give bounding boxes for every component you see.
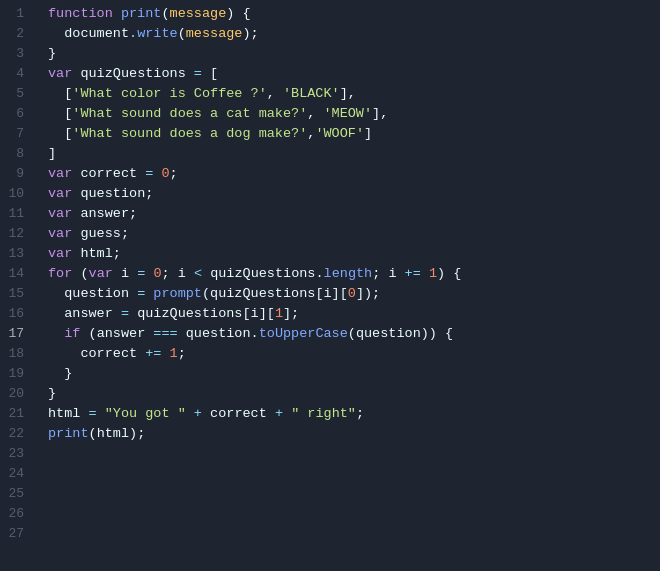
line-num-18: 18 — [8, 344, 24, 364]
code-line-18: question = prompt(quizQuestions[i][0]); — [48, 284, 652, 304]
line-num-12: 12 — [8, 224, 24, 244]
code-line-2: document.write(message); — [48, 24, 652, 44]
code-line-5: var quizQuestions = [ — [48, 64, 652, 84]
code-line-25: html = "You got " + correct + " right"; — [48, 404, 652, 424]
line-num-24: 24 — [8, 464, 24, 484]
line-num-8: 8 — [8, 144, 24, 164]
code-line-1: function print(message) { — [48, 4, 652, 24]
code-line-22: } — [48, 364, 652, 384]
line-num-6: 6 — [8, 104, 24, 124]
code-line-6: ['What color is Coffee ?', 'BLACK'], — [48, 84, 652, 104]
line-num-25: 25 — [8, 484, 24, 504]
code-line-8: ['What sound does a dog make?','WOOF'] — [48, 124, 652, 144]
line-num-22: 22 — [8, 424, 24, 444]
line-num-5: 5 — [8, 84, 24, 104]
line-num-3: 3 — [8, 44, 24, 64]
code-line-11: var correct = 0; — [48, 164, 652, 184]
line-num-16: 16 — [8, 304, 24, 324]
line-num-17: 17 — [8, 324, 24, 344]
line-num-4: 4 — [8, 64, 24, 84]
code-line-26: print(html); — [48, 424, 652, 444]
line-num-9: 9 — [8, 164, 24, 184]
line-num-20: 20 — [8, 384, 24, 404]
line-numbers: 1 2 3 4 5 6 7 8 9 10 11 12 13 14 15 16 1… — [0, 4, 36, 567]
line-num-23: 23 — [8, 444, 24, 464]
code-line-9: ] — [48, 144, 652, 164]
code-line-3: } — [48, 44, 652, 64]
line-num-27: 27 — [8, 524, 24, 544]
code-line-12: var question; — [48, 184, 652, 204]
line-num-19: 19 — [8, 364, 24, 384]
code-line-21: correct += 1; — [48, 344, 652, 364]
line-num-2: 2 — [8, 24, 24, 44]
code-line-15: var html; — [48, 244, 652, 264]
code-line-20: if (answer === question.toUpperCase(ques… — [48, 324, 652, 344]
code-content[interactable]: function print(message) { document.write… — [36, 4, 660, 567]
line-num-15: 15 — [8, 284, 24, 304]
code-line-23: } — [48, 384, 652, 404]
code-line-13: var answer; — [48, 204, 652, 224]
code-line-14: var guess; — [48, 224, 652, 244]
line-num-1: 1 — [8, 4, 24, 24]
line-num-21: 21 — [8, 404, 24, 424]
line-num-7: 7 — [8, 124, 24, 144]
line-num-11: 11 — [8, 204, 24, 224]
code-line-17: for (var i = 0; i < quizQuestions.length… — [48, 264, 652, 284]
line-num-14: 14 — [8, 264, 24, 284]
line-num-26: 26 — [8, 504, 24, 524]
code-line-19: answer = quizQuestions[i][1]; — [48, 304, 652, 324]
line-num-13: 13 — [8, 244, 24, 264]
code-editor: 1 2 3 4 5 6 7 8 9 10 11 12 13 14 15 16 1… — [0, 0, 660, 571]
line-num-10: 10 — [8, 184, 24, 204]
code-line-7: ['What sound does a cat make?', 'MEOW'], — [48, 104, 652, 124]
